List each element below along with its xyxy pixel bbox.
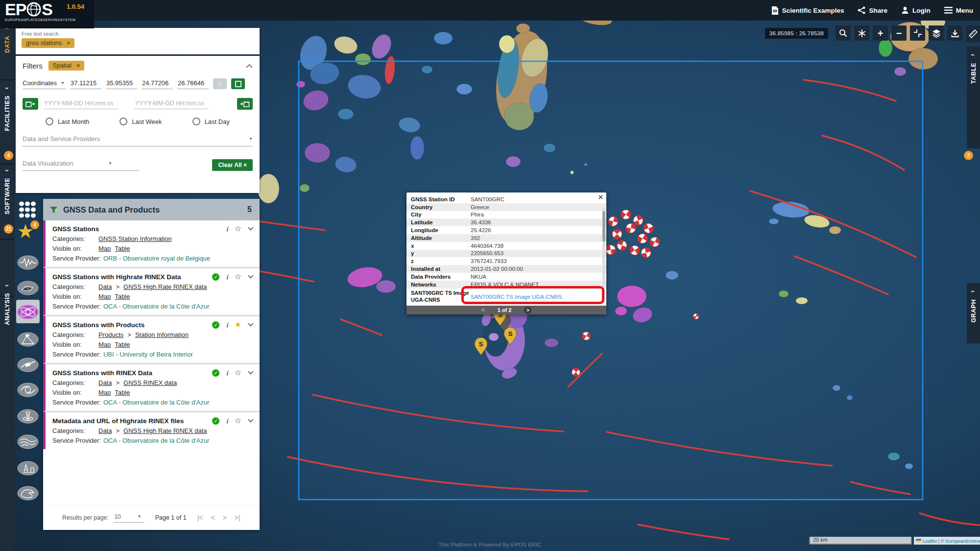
domain-icon-geology[interactable] [17, 281, 39, 297]
station-ts-image-link[interactable]: SANT00GRC TS Image UGA-CNRS [471, 294, 562, 300]
coordinate-south-input[interactable] [106, 78, 137, 89]
popup-next-button[interactable]: > [524, 307, 531, 314]
remove-chip-icon[interactable]: × [76, 62, 80, 69]
favorite-star-icon[interactable]: ☆ [235, 417, 241, 425]
favorite-star-icon[interactable]: ★ [235, 321, 241, 329]
category-link[interactable]: Data [98, 427, 112, 434]
info-icon[interactable]: i [226, 321, 228, 329]
end-date-picker-button[interactable]: ◀ [237, 98, 253, 110]
map-search-button[interactable] [836, 25, 851, 41]
results-per-page-select[interactable]: 10 ▼ [113, 513, 144, 523]
domain-icon-volcano[interactable] [17, 332, 39, 349]
start-date-picker-button[interactable]: ▶ [23, 98, 38, 110]
spatial-filter-chip[interactable]: Spatial × [48, 61, 85, 71]
category-link[interactable]: Products [98, 331, 123, 338]
graph-panel-tab[interactable]: ‹ GRAPH [967, 283, 980, 343]
end-date-input[interactable] [134, 99, 209, 109]
sidebar-tab-data[interactable]: ‹ DATA [0, 24, 15, 53]
table-link[interactable]: Table [115, 293, 130, 300]
domain-icon-anthropogenic-hazards[interactable] [17, 409, 39, 426]
domain-icon-geomagnetic[interactable] [17, 383, 39, 399]
domain-icon-satellite[interactable] [17, 358, 39, 374]
category-link[interactable]: Data [98, 379, 112, 386]
leaflet-link[interactable]: Leaflet [923, 538, 937, 544]
all-domains-button[interactable] [18, 201, 37, 220]
expand-chevron-icon[interactable] [248, 419, 254, 423]
category-link[interactable]: GNSS Station Information [98, 235, 172, 242]
apply-coordinates-button[interactable]: ✓ [213, 78, 227, 89]
coordinate-east-input[interactable] [177, 78, 209, 89]
popup-prev-button[interactable]: < [481, 307, 485, 313]
providers-select[interactable]: Data and Service Providers ▼ [23, 135, 253, 146]
domain-icon-gnss[interactable] [17, 305, 39, 321]
sidebar-tab-software[interactable]: › SOFTWARE [0, 167, 15, 215]
sidebar-tab-analysis[interactable]: › ANALYSIS [0, 282, 15, 325]
share-button[interactable]: Share [858, 6, 887, 14]
expand-chevron-icon[interactable] [248, 323, 254, 327]
result-item[interactable]: Metadata and URL of Highrate RINEX files… [43, 411, 260, 449]
map-link[interactable]: Map [98, 389, 111, 396]
search-term-chip[interactable]: gnss stations × [22, 38, 74, 48]
category-link[interactable]: GNSS High Rate RINEX data [123, 427, 207, 434]
expand-chevron-icon[interactable] [248, 275, 254, 279]
category-link[interactable]: Station Information [135, 331, 189, 338]
coordinate-west-input[interactable] [142, 78, 173, 89]
domain-icon-multi-scale-labs[interactable] [17, 434, 39, 451]
domain-icon-seismology[interactable] [17, 255, 39, 272]
draw-extent-button[interactable] [231, 78, 245, 89]
measure-button[interactable] [966, 25, 980, 42]
map-link[interactable]: Map [98, 341, 111, 348]
result-item[interactable]: GNSS Stations i ☆ Categories: GNSS Stati… [43, 220, 260, 267]
fit-extent-button[interactable] [910, 25, 925, 41]
zoom-in-button[interactable]: + [873, 25, 888, 41]
coordinates-mode-select[interactable]: Coordinates ▼ [23, 78, 66, 89]
prev-page-button[interactable]: < [211, 514, 215, 522]
result-item[interactable]: GNSS Stations with RINEX Data ✓ i ☆ Cate… [43, 363, 260, 411]
table-link[interactable]: Table [115, 245, 130, 252]
last-page-button[interactable]: >| [235, 514, 240, 522]
category-link[interactable]: Data [98, 283, 112, 290]
info-icon[interactable]: i [226, 225, 228, 233]
cluster-toggle-button[interactable] [854, 25, 869, 41]
last-month-radio[interactable]: Last Month [46, 118, 89, 125]
result-item[interactable]: GNSS Stations with Products ✓ i ★ Catego… [43, 315, 260, 363]
expand-chevron-icon[interactable] [248, 227, 254, 231]
first-page-button[interactable]: |< [197, 514, 203, 522]
category-link[interactable]: GNSS RINEX data [123, 379, 177, 386]
last-week-radio[interactable]: Last Week [120, 118, 162, 125]
category-link[interactable]: GNSS High Rate RINEX data [123, 283, 207, 290]
login-button[interactable]: Login [901, 6, 931, 14]
provider-attribution-link[interactable]: © EuropeanEnvironmentAgency [941, 538, 980, 544]
layers-button[interactable] [929, 25, 944, 41]
close-icon[interactable]: × [598, 193, 603, 202]
map-link[interactable]: Map [98, 293, 111, 300]
favorite-star-icon[interactable]: ☆ [235, 369, 241, 377]
result-item[interactable]: GNSS Stations with Highrate RINEX Data ✓… [43, 267, 260, 315]
download-map-button[interactable] [947, 25, 962, 41]
clear-all-button[interactable]: Clear All × [212, 159, 253, 171]
table-panel-tab[interactable]: ‹ TABLE [967, 47, 980, 148]
zoom-out-button[interactable]: − [891, 25, 907, 41]
next-page-button[interactable]: > [223, 514, 227, 522]
map-link[interactable]: Map [98, 245, 111, 252]
table-link[interactable]: Table [115, 341, 130, 348]
remove-chip-icon[interactable]: × [67, 40, 70, 47]
info-icon[interactable]: i [226, 369, 228, 377]
scientific-examples-button[interactable]: Scientific Examples [771, 6, 844, 15]
last-day-radio[interactable]: Last Day [192, 118, 230, 125]
coordinate-north-input[interactable] [70, 78, 101, 89]
info-icon[interactable]: i [226, 273, 228, 281]
start-date-input[interactable] [43, 99, 118, 109]
expand-chevron-icon[interactable] [248, 371, 254, 375]
sidebar-tab-facilities[interactable]: › FACILITIES [0, 84, 15, 131]
info-icon[interactable]: i [226, 417, 228, 425]
favorite-star-icon[interactable]: ☆ [235, 225, 241, 233]
table-link[interactable]: Table [115, 389, 130, 396]
popup-scrollbar[interactable] [602, 207, 605, 303]
collapse-filters-icon[interactable] [246, 61, 253, 70]
domain-icon-geo-energy[interactable] [17, 461, 39, 478]
favorite-star-icon[interactable]: ☆ [235, 273, 241, 281]
data-visualization-select[interactable]: Data Visualization ▼ [23, 160, 139, 171]
domain-icon-tsunami[interactable] [17, 486, 39, 503]
menu-button[interactable]: Menu [944, 7, 973, 14]
